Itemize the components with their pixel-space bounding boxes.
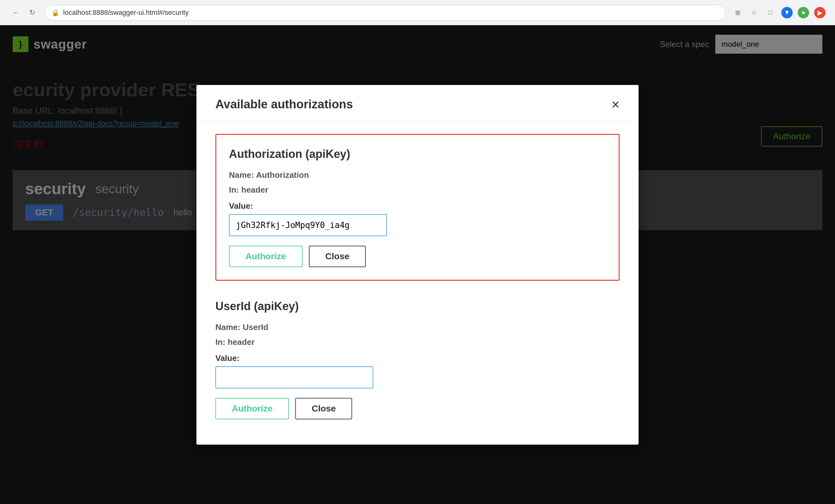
page-background: } swagger Select a spec ecurity provider…	[0, 25, 835, 504]
auth2-name-label: Name: UserId	[216, 322, 268, 332]
modal-overlay: Available authorizations × Authorization…	[0, 25, 835, 504]
modal-title: Available authorizations	[216, 98, 353, 111]
back-button[interactable]: ←	[9, 6, 22, 19]
auth2-in-row: In: header	[216, 337, 619, 347]
auth2-buttons: Authorize Close	[216, 398, 619, 419]
auth1-value-label: Value:	[229, 201, 606, 211]
refresh-button[interactable]: ↻	[26, 6, 39, 19]
auth-section-userid: UserId (apiKey) Name: UserId In: header …	[216, 294, 619, 426]
auth1-authorize-button[interactable]: Authorize	[229, 246, 303, 267]
auth2-name-row: Name: UserId	[216, 322, 619, 332]
browser-toolbar-icons: ⊞ ☆ □ ▼ ● ▶	[732, 7, 826, 18]
translate-icon[interactable]: ⊞	[732, 7, 744, 18]
auth1-value-input[interactable]	[229, 214, 387, 236]
auth1-name-row: Name: Authorization	[229, 170, 606, 180]
auth2-value-input[interactable]	[216, 366, 373, 388]
extensions-icon[interactable]: □	[765, 7, 776, 18]
profile-icon[interactable]: ▼	[781, 7, 793, 18]
modal-body: Authorization (apiKey) Name: Authorizati…	[197, 121, 638, 445]
available-authorizations-modal: Available authorizations × Authorization…	[197, 85, 638, 445]
auth2-title: UserId (apiKey)	[216, 300, 619, 313]
auth2-value-label: Value:	[216, 354, 619, 363]
auth1-in-row: In: header	[229, 185, 606, 195]
url-text: localhost:8888/swagger-ui.html#/security	[63, 8, 188, 17]
auth1-title: Authorization (apiKey)	[229, 147, 606, 161]
auth1-buttons: Authorize Close	[229, 246, 606, 267]
modal-header: Available authorizations ×	[197, 85, 638, 121]
auth-section-authorization: Authorization (apiKey) Name: Authorizati…	[216, 134, 619, 281]
account-icon[interactable]: ●	[798, 7, 809, 18]
auth2-authorize-button[interactable]: Authorize	[216, 398, 289, 419]
auth2-in-label: In: header	[216, 337, 254, 347]
auth1-close-button[interactable]: Close	[309, 246, 366, 267]
star-icon[interactable]: ☆	[749, 7, 760, 18]
auth1-in-label: In: header	[229, 185, 268, 195]
browser-chrome: ← ↻ 🔒 localhost:8888/swagger-ui.html#/se…	[0, 0, 835, 25]
browser-nav-buttons: ← ↻	[9, 6, 39, 19]
menu-icon[interactable]: ▶	[814, 7, 826, 18]
auth2-close-button[interactable]: Close	[295, 398, 352, 419]
modal-close-button[interactable]: ×	[611, 98, 619, 112]
auth1-name-label: Name: Authorization	[229, 170, 309, 180]
address-bar[interactable]: 🔒 localhost:8888/swagger-ui.html#/securi…	[45, 5, 726, 21]
lock-icon: 🔒	[52, 9, 59, 16]
